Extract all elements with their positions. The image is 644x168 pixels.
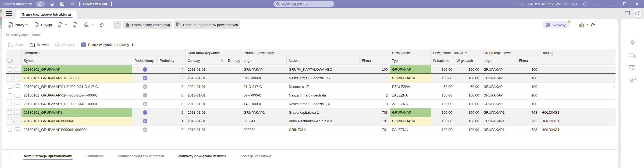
row-actions-button[interactable]: … [15, 102, 20, 106]
sort-ascending-icon[interactable]: ↑2 [220, 58, 223, 63]
document-info-button[interactable] [56, 20, 69, 29]
expand-button[interactable]: Rozwiń [30, 42, 49, 47]
help-bubble-icon[interactable]: ? [629, 65, 636, 72]
attachments-button[interactable] [97, 20, 107, 29]
column-header-Firma[interactable]: Firma [360, 56, 390, 65]
column-header-Typ[interactable]: Typ [390, 56, 431, 65]
panel-layout-icon[interactable] [625, 11, 630, 16]
add-to-related-entities-button[interactable]: Dodaj do podmiotów powiązanych [174, 20, 240, 29]
row-actions-button[interactable]: … [15, 67, 20, 72]
go-up-button[interactable]: Do góry [55, 42, 75, 47]
levels-value[interactable]: 1 : [131, 43, 136, 47]
table-row[interactable]: …20180101_GRUPAKAP1\000041\000034✕02018-… [6, 126, 615, 134]
row-checkbox[interactable] [8, 119, 12, 123]
row-actions-button[interactable]: … [15, 127, 20, 132]
cell-nazwa: Dostawca 17 [287, 83, 360, 91]
bottom-tab-podmiot-powiązany-w-firmach[interactable]: Podmiot powiązany w firmach [117, 150, 165, 162]
bottom-tab-administracja-uprawnieniami[interactable]: Administracja uprawnieniami [23, 150, 73, 162]
open-in-html-button[interactable]: Otwórz w HTML [79, 1, 112, 7]
table-row[interactable]: …20180101_GRUPAKAP✓42018-01-01GRUPAKAPGR… [6, 65, 615, 74]
sublevels-yes-icon: ✓ [143, 110, 147, 115]
select-all-checkbox[interactable] [8, 59, 12, 63]
edit-button[interactable]: Edycja [32, 20, 54, 29]
bottom-tab-operacje-kapitałowe[interactable]: Operacje kapitałowe [239, 150, 272, 162]
cell-nazwa: Biuro Rachunkowe Sp z o.o. [287, 117, 360, 125]
capital-groups-table: HierarchiaData obowiązywaniaPodmiot powi… [6, 49, 615, 134]
chart-view-button[interactable] [579, 22, 588, 27]
sublevels-yes-icon: ✓ [143, 119, 147, 123]
table-row[interactable]: …20180101_GRUPAKAP1\000041✓12018-01-0100… [6, 117, 615, 126]
row-checkbox[interactable] [8, 128, 12, 132]
cell-w_glosach: 100,00 [454, 65, 481, 73]
bottom-tabs-more-icon[interactable]: ⋮ [7, 154, 11, 158]
column-header-Logo[interactable]: Logo [241, 56, 287, 65]
row-actions-button[interactable]: … [15, 76, 20, 80]
view-selector-glowny[interactable]: Główny [542, 21, 570, 28]
delete-document-button[interactable] [70, 20, 80, 29]
row-checkbox[interactable] [8, 67, 12, 72]
cell-do_daty [226, 65, 241, 73]
collapse-panel-chevron-icon[interactable]: ‹ [613, 83, 615, 90]
column-header-Podmioty[interactable]: Podmioty [158, 56, 186, 65]
bottom-tab-bar: ⋮ Administracja uprawnieniamiKontrahenci… [2, 149, 618, 162]
window-minimize-button[interactable] [609, 1, 615, 7]
column-header-Do daty[interactable]: Do daty [226, 56, 241, 65]
company-selector[interactable]: 100 - GRUPA_KAPTALOWA [520, 2, 566, 6]
column-header-W kapitale[interactable]: W kapitale [431, 56, 454, 65]
add-capital-group-button[interactable]: Dodaj grupę kapitałową [123, 21, 172, 29]
delete-document-icon [73, 22, 78, 28]
show-all-levels-label: Pokaż wszystkie poziomy [88, 43, 129, 47]
chevron-down-icon [91, 23, 94, 25]
hamburger-menu-icon[interactable] [6, 11, 12, 17]
bc-icon[interactable]: BC [69, 1, 76, 7]
column-header-Podpoziomy[interactable]: Podpoziomy [132, 56, 158, 65]
row-checkbox[interactable] [8, 102, 12, 106]
row-actions-button[interactable]: … [15, 119, 20, 123]
documents-icon[interactable] [36, 1, 45, 7]
table-row[interactable]: …20180101_GRUPAKAP\01-F-000-0\01-D-017-C… [6, 83, 615, 91]
chevron-down-icon [65, 23, 67, 25]
chat-feedback-icon[interactable] [629, 52, 636, 59]
idea-lightbulb-icon[interactable] [629, 39, 636, 47]
add-group-home-icon [125, 22, 130, 27]
notifications-bell-icon[interactable] [583, 2, 587, 6]
tab-grupy-kapitalowe[interactable]: Grupy kapitałowe (struktura) [16, 10, 77, 19]
cell-podmioty: 2 [158, 108, 186, 117]
column-header-Firma[interactable]: Firma [517, 56, 539, 65]
collapse-button[interactable]: Zwiń [8, 42, 23, 47]
row-actions-button[interactable]: … [15, 110, 20, 115]
share-button[interactable] [633, 9, 641, 17]
table-row[interactable]: …20180101_GRUPAKAP\01-F-000-0✓32018-01-0… [6, 74, 615, 83]
column-header-Od daty[interactable]: Od daty↑2 [186, 56, 226, 65]
new-button[interactable]: Nowy [6, 20, 30, 29]
print-button[interactable] [82, 20, 95, 29]
window-maximize-button[interactable] [621, 1, 628, 7]
row-checkbox[interactable] [8, 76, 12, 80]
group-header-Holding: Holding [539, 49, 580, 56]
table-row[interactable]: …20180101_GRUPAKAP1✓22018-01-01GRUPAKAP1… [6, 108, 615, 117]
news-icon[interactable] [59, 1, 65, 7]
table-row[interactable]: …20180101_GRUPAKAP\01-F-000-0\07-F-000-C… [6, 91, 615, 100]
search-input[interactable]: Wyszukaj (Alt + Q) [273, 1, 334, 7]
column-header-Symbol[interactable]: Symbol [22, 56, 132, 65]
cell-od_daty: 2018-01-01 [186, 108, 226, 117]
row-checkbox[interactable] [8, 93, 12, 97]
consultant-chat-icon[interactable] [628, 77, 636, 84]
row-checkbox[interactable] [8, 110, 12, 115]
window-close-button[interactable]: × [634, 1, 640, 7]
help-icon[interactable]: ? [572, 2, 577, 6]
column-header-Logo[interactable]: Logo [481, 56, 517, 65]
row-checkbox[interactable] [8, 85, 12, 89]
bottom-tab-kontrahenci[interactable]: Kontrahenci [85, 150, 105, 162]
row-actions-button[interactable]: … [15, 93, 20, 98]
show-all-levels-checkbox[interactable]: ✓ [81, 42, 86, 47]
home-icon[interactable] [49, 1, 55, 7]
more-menu-icon[interactable]: ⋮ [593, 2, 597, 6]
row-actions-button[interactable]: … [15, 84, 20, 89]
bottom-tab-podmioty-powiązane-w-firmie[interactable]: Podmioty powiązane w firmie [177, 150, 227, 162]
column-header-Nazwa[interactable]: Nazwa [287, 56, 360, 65]
table-row[interactable]: …20180101_GRUPAKAP\01-F-000-0\14-F-000-0… [6, 100, 615, 108]
toolbar-more-button[interactable]: ⋮ [113, 21, 121, 29]
refresh-icon[interactable]: ⟳ [591, 22, 595, 28]
column-header-W głosach[interactable]: W głosach [454, 56, 481, 65]
